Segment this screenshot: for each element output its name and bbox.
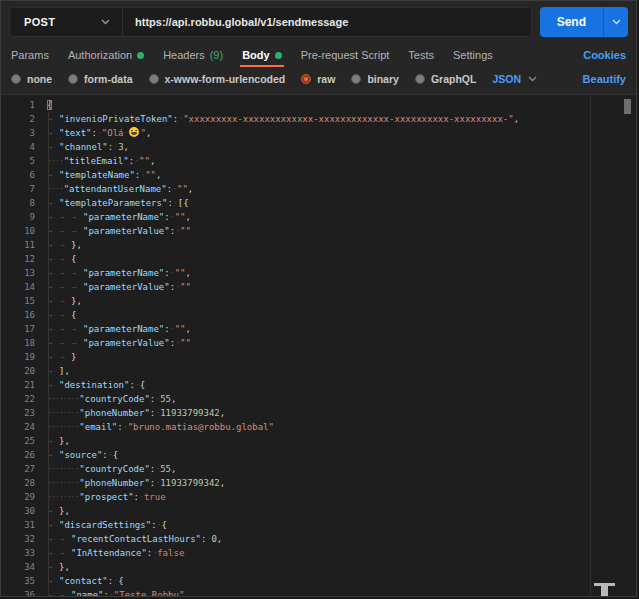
code-line[interactable]: 19→→} (1, 350, 636, 364)
tab-pre-request-script[interactable]: Pre-request Script (301, 43, 390, 67)
token: → (59, 281, 71, 295)
code-line[interactable]: 31→"discardSettings":·{ (1, 518, 636, 532)
code-line[interactable]: 15→→}, (1, 294, 636, 308)
line-number: 28 (1, 476, 47, 490)
token: "recentContactLastHours" (71, 534, 201, 544)
token: · (123, 422, 127, 432)
token: 11933799342 (160, 478, 220, 488)
code-text: →}, (47, 560, 70, 574)
code-line[interactable]: 35→"contact":·{ (1, 574, 636, 588)
tab-authorization[interactable]: Authorization (68, 43, 144, 67)
code-line[interactable]: 13→→→"parameterName":·"", (1, 266, 636, 280)
code-line[interactable]: 14→→→"parameterValue":·"" (1, 280, 636, 294)
chevron-down-icon (101, 19, 110, 25)
code-line[interactable]: 26→"source":·{ (1, 448, 636, 462)
code-line[interactable]: 5····"titleEmail":·"", (1, 154, 636, 168)
token: "prospect" (79, 492, 133, 502)
token: , (124, 142, 129, 152)
code-line[interactable]: 25→}, (1, 434, 636, 448)
tab-body[interactable]: Body (242, 43, 282, 67)
token: ········ (47, 478, 78, 488)
radio-graphql[interactable]: GraphQL (415, 73, 477, 85)
tab-params[interactable]: Params (11, 43, 49, 67)
line-number: 18 (1, 336, 47, 350)
token: "xxxxxxxxx-xxxxxxxxxxxxx-xxxxxxxxxxxxx-x… (183, 114, 514, 124)
code-line[interactable]: 36→→"name":·"Teste Robbu", (1, 588, 636, 596)
token: · (155, 408, 159, 418)
code-line[interactable]: 8→"templateParameters":·[{ (1, 196, 636, 210)
code-editor[interactable]: 1{2→"invenioPrivateToken":·"xxxxxxxxx-xx… (1, 94, 636, 596)
code-line[interactable]: 34→}, (1, 560, 636, 574)
code-line[interactable]: 33→→"InAttendance":·false (1, 546, 636, 560)
code-line[interactable]: 28········"phoneNumber":·11933799342, (1, 476, 636, 490)
code-line[interactable]: 18→→→"parameterValue":·"" (1, 336, 636, 350)
code-line[interactable]: 6→"templateName":·"", (1, 168, 636, 182)
code-line[interactable]: 7····"attendantUserName":·"", (1, 182, 636, 196)
token: 55 (160, 464, 171, 474)
language-selector[interactable]: JSON (492, 73, 537, 85)
code-line[interactable]: 2→"invenioPrivateToken":·"xxxxxxxxx-xxxx… (1, 112, 636, 126)
token: · (170, 212, 174, 222)
line-number: 32 (1, 532, 47, 546)
token: · (157, 520, 161, 530)
code-line[interactable]: 30→}, (1, 504, 636, 518)
code-line[interactable]: 20→], (1, 364, 636, 378)
radio-x-www-form-urlencoded[interactable]: x-www-form-urlencoded (149, 73, 286, 85)
language-label: JSON (492, 73, 521, 85)
tab-settings[interactable]: Settings (453, 43, 493, 67)
code-line[interactable]: 17→→→"parameterName":·"", (1, 322, 636, 336)
line-number: 26 (1, 448, 47, 462)
line-number: 20 (1, 364, 47, 378)
code-line[interactable]: 29········"prospect":·true (1, 490, 636, 504)
code-line[interactable]: 24········"email":·"bruno.matias@robbu.g… (1, 420, 636, 434)
token: , (217, 534, 222, 544)
code-line[interactable]: 16→→{ (1, 308, 636, 322)
radio-binary[interactable]: binary (351, 73, 399, 85)
token: , (514, 114, 519, 124)
code-line[interactable]: 32→→"recentContactLastHours":·0, (1, 532, 636, 546)
token: "" (180, 338, 191, 348)
code-text: →→→"parameterName":·"", (47, 322, 191, 336)
line-number: 16 (1, 308, 47, 322)
cookies-link[interactable]: Cookies (583, 49, 626, 61)
token: → (71, 211, 83, 225)
radio-raw[interactable]: raw (301, 73, 335, 85)
code-line[interactable]: 1{ (1, 98, 636, 112)
code-line[interactable]: 4→"channel":·3, (1, 140, 636, 154)
token: "Olá (102, 128, 124, 138)
send-options-button[interactable] (603, 7, 628, 37)
token: , (185, 268, 190, 278)
token: → (59, 351, 71, 365)
code-line[interactable]: 11→→}, (1, 238, 636, 252)
line-number: 13 (1, 266, 47, 280)
line-number: 27 (1, 462, 47, 476)
code-line[interactable]: 10→→→"parameterValue":·"" (1, 224, 636, 238)
tab-label: Body (242, 49, 270, 61)
tab-tests[interactable]: Tests (408, 43, 434, 67)
tab-headers[interactable]: Headers (9) (163, 43, 223, 67)
token: "channel" (59, 142, 108, 152)
line-number: 33 (1, 546, 47, 560)
token: : (164, 268, 169, 278)
radio-none[interactable]: none (11, 73, 52, 85)
scrollbar-thumb[interactable] (624, 99, 631, 114)
code-line[interactable]: 3→"text":·"Olá·", (1, 126, 636, 140)
code-line[interactable]: 21→"destination":·{ (1, 378, 636, 392)
code-line[interactable]: 27········"countryCode":·55, (1, 462, 636, 476)
token: ···· (47, 184, 63, 194)
code-line[interactable]: 22········"countryCode":·55, (1, 392, 636, 406)
beautify-link[interactable]: Beautify (583, 73, 626, 85)
url-input[interactable] (123, 8, 531, 36)
token: · (178, 114, 182, 124)
line-number: 3 (1, 126, 47, 140)
token: · (140, 170, 144, 180)
code-line[interactable]: 23········"phoneNumber":·11933799342, (1, 406, 636, 420)
send-button[interactable]: Send (540, 7, 628, 37)
method-selector[interactable]: POST (10, 8, 123, 36)
radio-form-data[interactable]: form-data (68, 73, 132, 85)
token: { (118, 576, 123, 586)
code-line[interactable]: 9→→→"parameterName":·"", (1, 210, 636, 224)
code-line[interactable]: 12→→{ (1, 252, 636, 266)
send-button-label[interactable]: Send (540, 7, 603, 37)
line-number: 8 (1, 196, 47, 210)
